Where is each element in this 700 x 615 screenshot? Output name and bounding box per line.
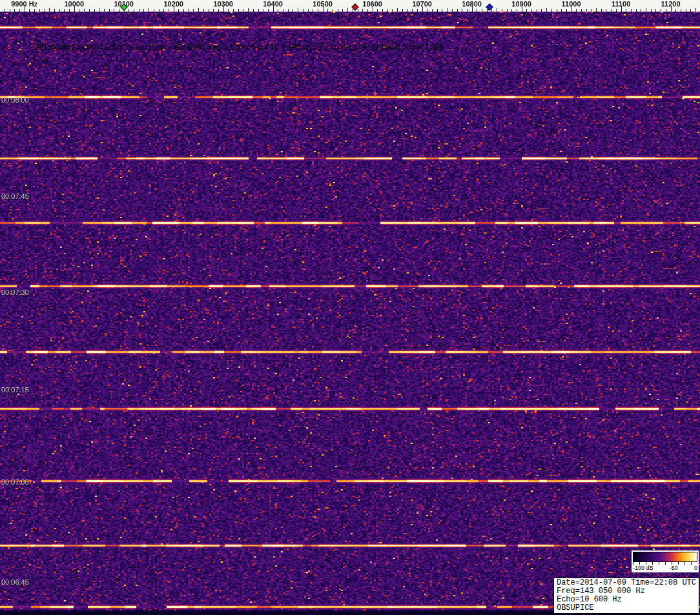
legend-label-max: 0 xyxy=(694,565,697,572)
time-label: 00:07:30 xyxy=(1,288,29,296)
frequency-tick-label: 11000 xyxy=(562,0,581,8)
frequency-tick-label: 10900 xyxy=(511,0,531,8)
legend-label-min: -100 dB xyxy=(633,565,654,572)
ruler-ticks xyxy=(0,0,700,12)
time-label: 00:06:45 xyxy=(1,578,29,586)
frequency-tick-label: 9900 Hz xyxy=(11,0,37,8)
time-label: 00:07:15 xyxy=(1,386,29,394)
frequency-ruler: 9900 Hz100001010010200103001040010500106… xyxy=(0,0,700,12)
frequency-tick-label: 10200 xyxy=(163,0,183,8)
frequency-tick-label: 10000 xyxy=(64,0,84,8)
time-label: 00:08:00 xyxy=(1,96,29,104)
time-offset-annotation: ^t+05 xyxy=(31,57,48,65)
frequency-tick-label: 10300 xyxy=(213,0,233,8)
event-annotation: 20140709220805864 hCnt6 nb-88 f10604 hit… xyxy=(36,43,444,51)
frequency-tick-label: 10400 xyxy=(263,0,283,8)
observation-info-box: Date=2014-07-09 Time=22:08 UTC Freq=143 … xyxy=(553,578,699,614)
frequency-tick-label: 11200 xyxy=(661,0,681,8)
color-scale-gradient xyxy=(633,552,697,562)
frequency-tick-label: 10500 xyxy=(313,0,333,8)
time-label: 00:07:00 xyxy=(1,478,29,486)
time-label: 00:07:45 xyxy=(1,192,29,200)
frequency-tick-label: 11100 xyxy=(612,0,630,8)
meteor-echo-spectrogram-viewer: 9900 Hz100001010010200103001040010500106… xyxy=(0,0,700,615)
frequency-tick-label: 10800 xyxy=(462,0,482,8)
info-station-line: OBSUPICE xyxy=(557,604,696,612)
frequency-tick-label: 10600 xyxy=(362,0,382,8)
spectrogram-waterfall xyxy=(0,12,700,615)
frequency-tick-label: 10700 xyxy=(412,0,432,8)
legend-label-mid: -50 xyxy=(670,565,678,572)
color-scale-labels: -100 dB -50 0 xyxy=(633,565,697,572)
color-scale-legend: -100 dB -50 0 xyxy=(632,550,699,572)
